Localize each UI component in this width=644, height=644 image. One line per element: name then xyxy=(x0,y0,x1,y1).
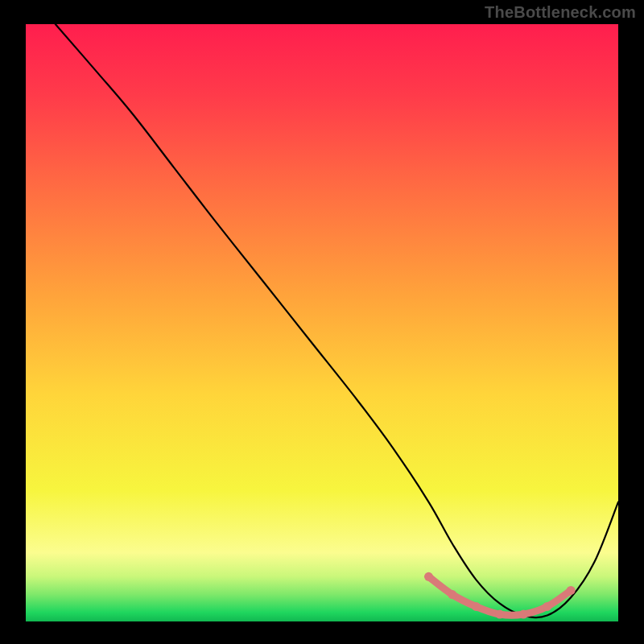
highlight-dot xyxy=(519,610,528,619)
highlight-dot xyxy=(567,586,576,595)
highlight-dot xyxy=(472,602,481,611)
chart-frame: TheBottleneck.com xyxy=(0,0,644,644)
highlight-dot xyxy=(495,610,504,619)
bottleneck-chart xyxy=(0,0,644,644)
highlight-dot xyxy=(424,572,433,581)
plot-gradient-background xyxy=(26,24,618,621)
watermark-label: TheBottleneck.com xyxy=(485,3,636,22)
highlight-dot xyxy=(448,590,456,599)
highlight-dot xyxy=(543,602,551,611)
